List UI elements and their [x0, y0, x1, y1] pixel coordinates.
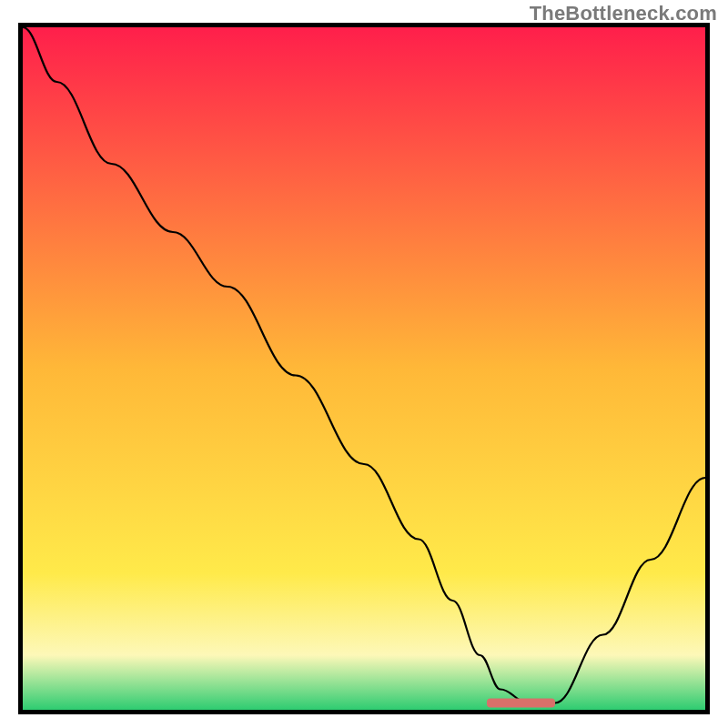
- plot-frame: [18, 23, 710, 714]
- plot-area: [23, 27, 705, 710]
- optimal-marker: [487, 699, 555, 708]
- chart-background: [23, 27, 705, 710]
- chart-svg: [23, 27, 705, 710]
- chart-container: TheBottleneck.com: [0, 0, 728, 728]
